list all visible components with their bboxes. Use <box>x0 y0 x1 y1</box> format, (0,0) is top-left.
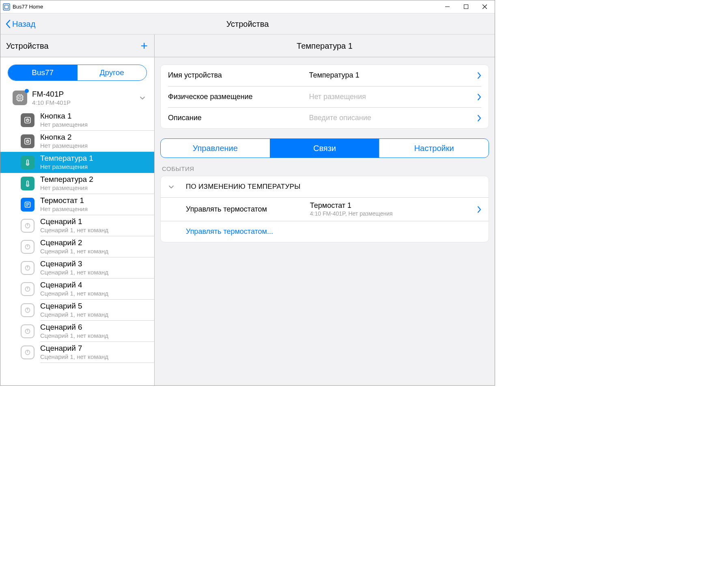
power-icon <box>21 219 34 233</box>
device-row-title: Сценарий 2 <box>40 238 108 248</box>
chevron-down-icon <box>168 184 179 190</box>
device-row[interactable]: Сценарий 2Сценарий 1, нет команд <box>0 236 154 257</box>
event-link-target-sub: 4:10 FM-401P, Нет размещения <box>310 210 477 217</box>
window-close-button[interactable] <box>475 0 494 13</box>
device-name-row[interactable]: Имя устройства Температура 1 <box>168 65 481 86</box>
chevron-right-icon <box>477 72 481 79</box>
device-row-title: Сценарий 4 <box>40 281 108 290</box>
back-label: Назад <box>12 19 35 29</box>
device-row-sub: Нет размещения <box>40 163 93 171</box>
device-desc-label: Описание <box>168 114 309 123</box>
device-tree: FM-401P 4:10 FM-401P Кнопка 1Нет размеще… <box>0 87 154 385</box>
device-row[interactable]: Температура 1Нет размещения <box>0 152 154 173</box>
power-icon <box>21 282 34 296</box>
device-row-sub: Сценарий 1, нет команд <box>40 290 108 297</box>
chevron-down-icon <box>139 94 146 102</box>
svg-rect-7 <box>19 97 21 99</box>
device-row-title: Сценарий 6 <box>40 323 108 332</box>
main-header: Температура 1 <box>155 35 495 57</box>
chip-icon <box>13 91 27 105</box>
power-icon <box>21 261 34 275</box>
device-row-title: Кнопка 2 <box>40 133 88 142</box>
device-row-title: Сценарий 7 <box>40 344 108 353</box>
device-row-title: Температура 1 <box>40 154 93 163</box>
device-row-sub: Сценарий 1, нет команд <box>40 353 108 361</box>
device-place-value: Нет размещения <box>309 93 474 102</box>
device-row-sub: Нет размещения <box>40 205 88 213</box>
device-row[interactable]: Сценарий 7Сценарий 1, нет команд <box>0 342 154 363</box>
device-place-row[interactable]: Физическое размещение Нет размещения <box>168 86 481 107</box>
thermometer-icon <box>21 155 34 169</box>
svg-point-26 <box>27 163 28 164</box>
device-row-sub: Сценарий 1, нет команд <box>40 227 108 234</box>
power-icon <box>21 113 34 127</box>
device-row-sub: Сценарий 1, нет команд <box>40 332 108 339</box>
device-row-title: Сценарий 3 <box>40 259 108 269</box>
device-row-title: Сценарий 1 <box>40 217 108 227</box>
device-row-title: Температура 2 <box>40 175 93 184</box>
svg-rect-0 <box>3 4 10 10</box>
svg-rect-1 <box>5 5 9 9</box>
event-link-target: Термостат 1 <box>310 201 477 210</box>
device-row-title: Сценарий 5 <box>40 302 108 311</box>
detail-title: Температура 1 <box>297 41 353 51</box>
power-icon <box>21 346 34 359</box>
event-link-label: Управлять термостатом <box>186 205 310 214</box>
detail-tabs: Управление Связи Настройки <box>160 138 489 158</box>
hub-sub: 4:10 FM-401P <box>32 99 71 106</box>
tab-settings[interactable]: Настройки <box>379 139 489 158</box>
power-icon <box>21 134 34 148</box>
device-row-sub: Нет размещения <box>40 142 88 149</box>
svg-rect-3 <box>464 5 468 9</box>
device-place-label: Физическое размещение <box>168 93 309 102</box>
device-row[interactable]: Сценарий 6Сценарий 1, нет команд <box>0 321 154 342</box>
hub-row[interactable]: FM-401P 4:10 FM-401P <box>0 87 154 110</box>
device-row[interactable]: Кнопка 2Нет размещения <box>0 131 154 152</box>
svg-point-27 <box>27 184 28 186</box>
app-window: Bus77 Home Назад Устройства Устройства +… <box>0 0 495 386</box>
event-group-header[interactable]: ПО ИЗМЕНЕНИЮ ТЕМПЕРАТУРЫ <box>161 176 489 197</box>
tab-control[interactable]: Управление <box>161 139 270 158</box>
device-row[interactable]: Кнопка 1Нет размещения <box>0 110 154 131</box>
device-row-title: Кнопка 1 <box>40 112 88 121</box>
device-row[interactable]: Термостат 1Нет размещения <box>0 194 154 215</box>
status-dot-icon <box>25 89 29 93</box>
device-info-card: Имя устройства Температура 1 Физическое … <box>160 65 489 129</box>
window-minimize-button[interactable] <box>438 0 457 13</box>
tab-links[interactable]: Связи <box>270 139 379 158</box>
device-row-title: Термостат 1 <box>40 196 88 205</box>
hub-name: FM-401P <box>32 90 71 99</box>
event-add-label: Управлять термостатом... <box>186 227 273 236</box>
event-add-action[interactable]: Управлять термостатом... <box>161 221 489 242</box>
device-desc-row[interactable]: Описание Введите описание <box>168 107 481 128</box>
page-title: Устройства <box>0 19 495 29</box>
device-desc-value: Введите описание <box>309 114 474 123</box>
device-row-sub: Сценарий 1, нет команд <box>40 269 108 276</box>
chevron-right-icon <box>477 206 481 213</box>
app-icon <box>3 3 10 11</box>
segment-other[interactable]: Другое <box>78 65 147 80</box>
device-name-value: Температура 1 <box>309 71 474 80</box>
main-panel: Температура 1 Имя устройства Температура… <box>155 35 495 385</box>
device-row[interactable]: Сценарий 5Сценарий 1, нет команд <box>0 300 154 321</box>
device-row[interactable]: Сценарий 1Сценарий 1, нет команд <box>0 215 154 236</box>
back-button[interactable]: Назад <box>5 19 35 29</box>
sidebar-header: Устройства + <box>0 35 154 57</box>
device-row[interactable]: Сценарий 4Сценарий 1, нет команд <box>0 279 154 300</box>
chevron-left-icon <box>5 19 11 28</box>
window-title: Bus77 Home <box>13 4 43 10</box>
device-type-segmented: Bus77 Другое <box>8 65 147 81</box>
chevron-right-icon <box>477 93 481 101</box>
segment-bus77[interactable]: Bus77 <box>8 65 78 80</box>
device-row-sub: Сценарий 1, нет команд <box>40 248 108 255</box>
window-maximize-button[interactable] <box>457 0 475 13</box>
event-link-row[interactable]: Управлять термостатом Термостат 1 4:10 F… <box>161 197 489 221</box>
svg-rect-6 <box>17 95 23 101</box>
sidebar: Устройства + Bus77 Другое <box>0 35 155 385</box>
power-icon <box>21 303 34 317</box>
header-bar: Назад Устройства <box>0 13 495 35</box>
device-row[interactable]: Сценарий 3Сценарий 1, нет команд <box>0 257 154 279</box>
add-device-button[interactable]: + <box>140 40 149 52</box>
titlebar: Bus77 Home <box>0 0 495 13</box>
device-row[interactable]: Температура 2Нет размещения <box>0 173 154 194</box>
